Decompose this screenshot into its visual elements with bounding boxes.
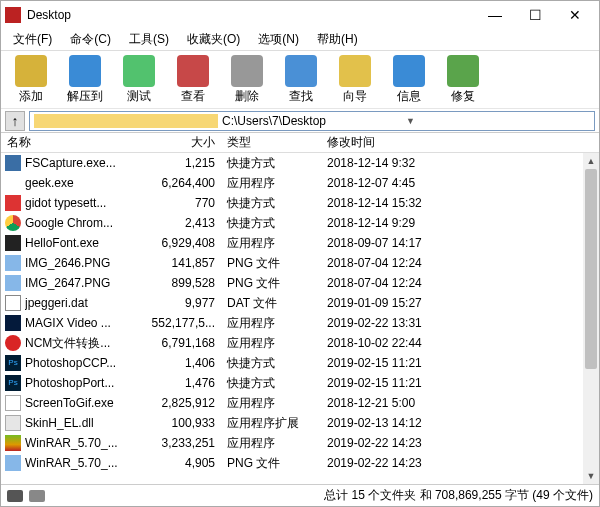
file-size: 2,413 [141, 216, 221, 230]
up-button[interactable]: ↑ [5, 111, 25, 131]
menu-item-4[interactable]: 选项(N) [250, 29, 307, 50]
file-date: 2018-09-07 14:17 [321, 236, 599, 250]
file-icon: Ps [5, 375, 21, 391]
file-size: 6,264,400 [141, 176, 221, 190]
tool-btn-向导[interactable]: 向导 [333, 55, 377, 105]
file-size: 100,933 [141, 416, 221, 430]
menu-item-2[interactable]: 工具(S) [121, 29, 177, 50]
tool-btn-查看[interactable]: 查看 [171, 55, 215, 105]
file-row[interactable]: HelloFont.exe6,929,408应用程序2018-09-07 14:… [1, 233, 599, 253]
file-icon: Ps [5, 355, 21, 371]
minimize-button[interactable]: — [475, 2, 515, 28]
file-date: 2018-12-07 4:45 [321, 176, 599, 190]
tool-label: 添加 [19, 88, 43, 105]
file-name: jpeggeri.dat [25, 296, 88, 310]
menu-item-3[interactable]: 收藏夹(O) [179, 29, 248, 50]
address-dropdown-icon[interactable]: ▼ [406, 116, 590, 126]
file-size: 141,857 [141, 256, 221, 270]
file-size: 3,233,251 [141, 436, 221, 450]
scroll-thumb[interactable] [585, 169, 597, 369]
file-date: 2018-12-14 15:32 [321, 196, 599, 210]
scrollbar[interactable]: ▲ ▼ [583, 153, 599, 484]
tool-label: 修复 [451, 88, 475, 105]
file-type: DAT 文件 [221, 295, 321, 312]
scroll-up-arrow[interactable]: ▲ [583, 153, 599, 169]
file-row[interactable]: ScreenToGif.exe2,825,912应用程序2018-12-21 5… [1, 393, 599, 413]
file-type: 应用程序 [221, 315, 321, 332]
file-type: PNG 文件 [221, 255, 321, 272]
tool-icon [231, 55, 263, 87]
file-date: 2018-07-04 12:24 [321, 276, 599, 290]
file-name: IMG_2647.PNG [25, 276, 110, 290]
file-date: 2019-02-22 14:23 [321, 436, 599, 450]
file-size: 6,791,168 [141, 336, 221, 350]
tool-icon [447, 55, 479, 87]
file-size: 9,977 [141, 296, 221, 310]
tool-label: 查看 [181, 88, 205, 105]
file-row[interactable]: jpeggeri.dat9,977DAT 文件2019-01-09 15:27 [1, 293, 599, 313]
toolbar: 添加解压到测试查看删除查找向导信息修复 [1, 51, 599, 109]
file-size: 4,905 [141, 456, 221, 470]
file-name: HelloFont.exe [25, 236, 99, 250]
file-row[interactable]: gidot typesett...770快捷方式2018-12-14 15:32 [1, 193, 599, 213]
close-button[interactable]: ✕ [555, 2, 595, 28]
titlebar: Desktop — ☐ ✕ [1, 1, 599, 29]
file-name: PhotoshopPort... [25, 376, 114, 390]
tool-icon [177, 55, 209, 87]
tool-btn-测试[interactable]: 测试 [117, 55, 161, 105]
file-name: geek.exe [25, 176, 74, 190]
file-row[interactable]: IMG_2646.PNG141,857PNG 文件2018-07-04 12:2… [1, 253, 599, 273]
file-row[interactable]: NCM文件转换...6,791,168应用程序2018-10-02 22:44 [1, 333, 599, 353]
file-icon [5, 195, 21, 211]
file-type: PNG 文件 [221, 455, 321, 472]
file-type: 应用程序 [221, 435, 321, 452]
scroll-down-arrow[interactable]: ▼ [583, 468, 599, 484]
file-row[interactable]: FSCapture.exe...1,215快捷方式2018-12-14 9:32 [1, 153, 599, 173]
file-row[interactable]: PsPhotoshopCCP...1,406快捷方式2019-02-15 11:… [1, 353, 599, 373]
file-row[interactable]: geek.exe6,264,400应用程序2018-12-07 4:45 [1, 173, 599, 193]
file-row[interactable]: MAGIX Video ...552,177,5...应用程序2019-02-2… [1, 313, 599, 333]
file-list: FSCapture.exe...1,215快捷方式2018-12-14 9:32… [1, 153, 599, 484]
file-type: PNG 文件 [221, 275, 321, 292]
scroll-track[interactable] [583, 169, 599, 468]
menu-item-5[interactable]: 帮助(H) [309, 29, 366, 50]
col-header-date[interactable]: 修改时间 [321, 134, 599, 151]
file-date: 2018-12-14 9:32 [321, 156, 599, 170]
file-name: IMG_2646.PNG [25, 256, 110, 270]
address-input[interactable]: C:\Users\7\Desktop ▼ [29, 111, 595, 131]
file-type: 快捷方式 [221, 375, 321, 392]
file-row[interactable]: IMG_2647.PNG899,528PNG 文件2018-07-04 12:2… [1, 273, 599, 293]
file-type: 应用程序 [221, 175, 321, 192]
status-icons [7, 490, 45, 502]
file-type: 快捷方式 [221, 215, 321, 232]
menu-item-1[interactable]: 命令(C) [62, 29, 119, 50]
tool-label: 删除 [235, 88, 259, 105]
file-type: 应用程序扩展 [221, 415, 321, 432]
tool-btn-修复[interactable]: 修复 [441, 55, 485, 105]
tool-btn-删除[interactable]: 删除 [225, 55, 269, 105]
file-row[interactable]: Google Chrom...2,413快捷方式2018-12-14 9:29 [1, 213, 599, 233]
file-icon [5, 275, 21, 291]
tool-btn-解压到[interactable]: 解压到 [63, 55, 107, 105]
tool-label: 查找 [289, 88, 313, 105]
tool-label: 向导 [343, 88, 367, 105]
tool-icon [15, 55, 47, 87]
menu-item-0[interactable]: 文件(F) [5, 29, 60, 50]
maximize-button[interactable]: ☐ [515, 2, 555, 28]
col-header-name[interactable]: 名称 [1, 134, 141, 151]
file-icon [5, 455, 21, 471]
file-row[interactable]: WinRAR_5.70_...4,905PNG 文件2019-02-22 14:… [1, 453, 599, 473]
tool-btn-查找[interactable]: 查找 [279, 55, 323, 105]
file-row[interactable]: WinRAR_5.70_...3,233,251应用程序2019-02-22 1… [1, 433, 599, 453]
tool-btn-信息[interactable]: 信息 [387, 55, 431, 105]
status-text: 总计 15 个文件夹 和 708,869,255 字节 (49 个文件) [45, 487, 593, 504]
tool-btn-添加[interactable]: 添加 [9, 55, 53, 105]
file-row[interactable]: PsPhotoshopPort...1,476快捷方式2019-02-15 11… [1, 373, 599, 393]
file-row[interactable]: SkinH_EL.dll100,933应用程序扩展2019-02-13 14:1… [1, 413, 599, 433]
tool-icon [393, 55, 425, 87]
file-size: 2,825,912 [141, 396, 221, 410]
col-header-type[interactable]: 类型 [221, 134, 321, 151]
file-icon [5, 395, 21, 411]
col-header-size[interactable]: 大小 [141, 134, 221, 151]
file-type: 应用程序 [221, 335, 321, 352]
